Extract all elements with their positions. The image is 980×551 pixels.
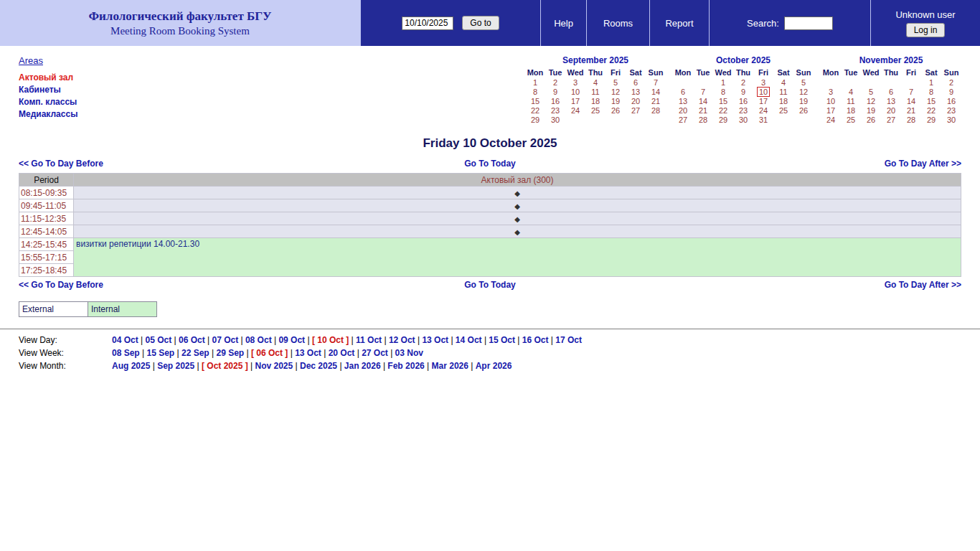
calendar-day-link[interactable]: 25	[847, 116, 855, 124]
go-day-before-link[interactable]: << Go To Day Before	[19, 159, 333, 169]
login-button[interactable]: Log in	[906, 23, 946, 37]
calendar-day-link[interactable]: 4	[849, 88, 853, 96]
report-link[interactable]: Report	[665, 18, 693, 29]
calendar-day-link[interactable]: 12	[611, 88, 620, 96]
calendar-day-link[interactable]: 24	[571, 106, 580, 115]
calendar-day-link[interactable]: 10	[826, 97, 835, 105]
view-nav-link[interactable]: Sep 2025	[157, 361, 194, 371]
calendar-day-link[interactable]: 19	[611, 97, 620, 105]
calendar-day-link[interactable]: 6	[889, 88, 893, 96]
period-cell[interactable]: 17:25-18:45	[19, 264, 74, 277]
calendar-day-link[interactable]: 7	[909, 88, 913, 96]
calendar-day-link[interactable]: 22	[719, 106, 727, 115]
mrbs-home-link[interactable]: Meeting Room Booking System	[110, 25, 250, 37]
area-link[interactable]: Кабинеты	[19, 85, 77, 95]
calendar-day-link[interactable]: 12	[867, 97, 875, 105]
calendar-day-link[interactable]: 25	[779, 106, 788, 115]
period-cell[interactable]: 14:25-15:45	[19, 238, 74, 251]
empty-slot-cell[interactable]: ◆	[74, 225, 961, 238]
calendar-day-link[interactable]: 1	[721, 78, 725, 87]
calendar-day-link[interactable]: 11	[847, 97, 854, 105]
calendar-day-link[interactable]: 5	[869, 88, 873, 96]
calendar-day-link[interactable]: 15	[531, 97, 540, 105]
calendar-day-link[interactable]: 24	[759, 106, 768, 115]
calendar-day-link[interactable]: 29	[531, 116, 540, 124]
calendar-day-link[interactable]: 2	[741, 78, 745, 87]
calendar-day-link[interactable]: 29	[719, 116, 727, 124]
calendar-day-link[interactable]: 11	[591, 88, 599, 96]
calendar-day-link[interactable]: 17	[571, 97, 580, 105]
rooms-link[interactable]: Rooms	[603, 18, 633, 29]
view-nav-link[interactable]: 04 Oct	[112, 335, 138, 345]
calendar-day-link[interactable]: 28	[699, 116, 707, 124]
search-input[interactable]	[784, 17, 833, 30]
room-link[interactable]: Актовый зал (300)	[481, 175, 554, 185]
view-nav-link[interactable]: 08 Oct	[245, 335, 272, 345]
go-day-before-link[interactable]: << Go To Day Before	[19, 280, 333, 290]
calendar-day-link[interactable]: 20	[631, 97, 640, 105]
calendar-day-link[interactable]: 26	[867, 116, 875, 124]
calendar-day-link[interactable]: 28	[651, 106, 660, 115]
calendar-day-link[interactable]: 7	[701, 88, 705, 96]
goto-button[interactable]: Go to	[462, 16, 499, 30]
new-booking-icon[interactable]: ◆	[514, 215, 520, 223]
calendar-day-link[interactable]: 27	[887, 116, 895, 124]
view-nav-link[interactable]: Feb 2026	[387, 361, 424, 371]
calendar-day-link[interactable]: 4	[593, 78, 598, 87]
calendar-day-link[interactable]: 29	[927, 116, 936, 124]
goto-date-input[interactable]	[402, 17, 453, 30]
view-nav-link[interactable]: 16 Oct	[522, 335, 549, 345]
calendar-day-link[interactable]: 9	[949, 88, 953, 96]
calendar-day-link[interactable]: 13	[631, 88, 640, 96]
empty-slot-cell[interactable]: ◆	[74, 187, 961, 199]
view-nav-link[interactable]: Jan 2026	[344, 361, 381, 371]
view-nav-link[interactable]: 12 Oct	[389, 335, 415, 345]
view-nav-link[interactable]: 11 Oct	[356, 335, 382, 345]
calendar-month-link[interactable]: November 2025	[821, 55, 961, 67]
calendar-day-link[interactable]: 21	[699, 106, 707, 115]
calendar-day-link[interactable]: 15	[719, 97, 727, 105]
calendar-day-link[interactable]: 10	[757, 87, 770, 97]
areas-heading-link[interactable]: Areas	[19, 55, 43, 66]
calendar-day-link[interactable]: 18	[847, 106, 855, 115]
calendar-day-link[interactable]: 16	[947, 97, 956, 105]
calendar-day-link[interactable]: 30	[947, 116, 956, 124]
calendar-day-link[interactable]: 8	[533, 88, 537, 96]
calendar-day-link[interactable]: 8	[929, 88, 933, 96]
calendar-day-link[interactable]: 13	[887, 97, 895, 105]
calendar-day-link[interactable]: 2	[949, 78, 953, 87]
calendar-day-link[interactable]: 2	[553, 78, 557, 87]
calendar-day-link[interactable]: 27	[679, 116, 687, 124]
calendar-day-link[interactable]: 14	[907, 97, 915, 105]
view-nav-link[interactable]: 27 Oct	[362, 348, 388, 358]
period-cell[interactable]: 08:15-09:35	[19, 187, 74, 199]
period-cell[interactable]: 15:55-17:15	[19, 251, 74, 264]
calendar-day-link[interactable]: 22	[927, 106, 936, 115]
go-day-after-link[interactable]: Go To Day After >>	[647, 159, 961, 169]
calendar-day-link[interactable]: 20	[887, 106, 895, 115]
calendar-day-link[interactable]: 18	[779, 97, 788, 105]
period-cell[interactable]: 12:45-14:05	[19, 225, 74, 238]
view-nav-link[interactable]: Dec 2025	[300, 361, 337, 371]
view-nav-link[interactable]: 03 Nov	[395, 348, 423, 358]
calendar-day-link[interactable]: 23	[551, 106, 560, 115]
new-booking-icon[interactable]: ◆	[514, 228, 520, 236]
calendar-day-link[interactable]: 15	[927, 97, 936, 105]
calendar-day-link[interactable]: 30	[739, 116, 748, 124]
calendar-day-link[interactable]: 20	[679, 106, 687, 115]
calendar-day-link[interactable]: 19	[799, 97, 808, 105]
go-today-link[interactable]: Go To Today	[333, 159, 647, 169]
calendar-month-link[interactable]: October 2025	[673, 55, 814, 67]
calendar-day-link[interactable]: 3	[761, 78, 765, 87]
go-day-after-link[interactable]: Go To Day After >>	[647, 280, 961, 290]
view-nav-link[interactable]: Aug 2025	[112, 361, 150, 371]
calendar-day-link[interactable]: 17	[759, 97, 768, 105]
view-nav-link[interactable]: 15 Oct	[489, 335, 515, 345]
view-nav-link[interactable]: 14 Oct	[456, 335, 482, 345]
calendar-day-link[interactable]: 16	[739, 97, 748, 105]
calendar-day-link[interactable]: 13	[679, 97, 687, 105]
calendar-day-link[interactable]: 30	[551, 116, 560, 124]
go-today-link[interactable]: Go To Today	[333, 280, 647, 290]
calendar-day-link[interactable]: 21	[651, 97, 660, 105]
booking-entry-link[interactable]: визитки репетиции 14.00-21.30	[76, 239, 199, 249]
